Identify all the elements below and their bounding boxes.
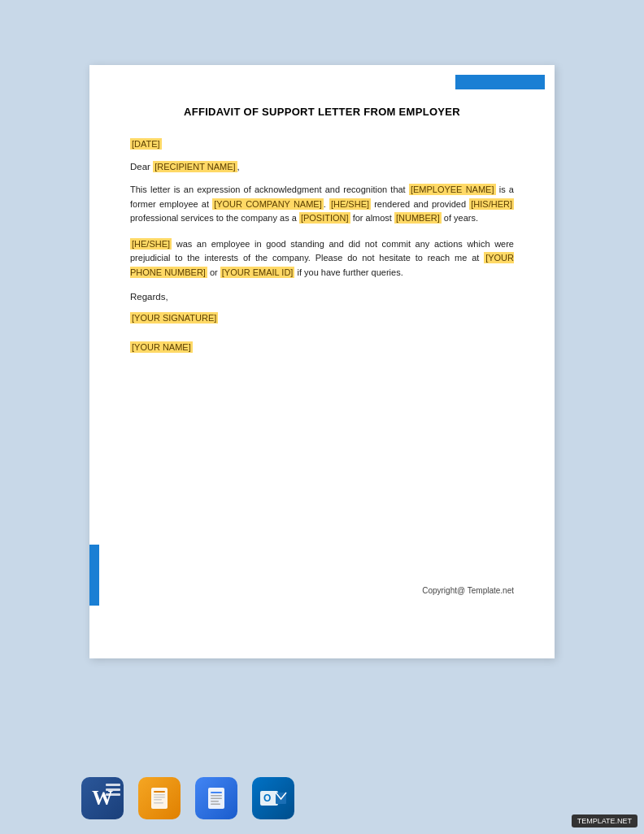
- document-page: AFFIDAVIT OF SUPPORT LETTER FROM EMPLOYE…: [89, 65, 555, 658]
- svg-rect-4: [154, 799, 162, 801]
- letter-paragraph-1: This letter is an expression of acknowle…: [130, 183, 514, 226]
- svg-rect-7: [211, 792, 222, 793]
- svg-rect-11: [211, 804, 220, 806]
- template-net-badge: TEMPLATE.NET: [572, 814, 637, 827]
- svg-rect-1: [154, 791, 165, 793]
- svg-rect-2: [154, 794, 165, 796]
- letter-date: [DATE]: [130, 136, 514, 150]
- blue-accent-top: [455, 75, 545, 89]
- word-icon[interactable]: W: [81, 777, 124, 819]
- svg-rect-9: [211, 798, 222, 800]
- hisher1-placeholder: [HIS/HER]: [469, 198, 514, 210]
- docs-icon[interactable]: [195, 777, 237, 819]
- number-placeholder: [NUMBER]: [394, 212, 442, 224]
- para1-text1: This letter is an expression of acknowle…: [130, 185, 409, 194]
- heshe2-placeholder: [HE/SHE]: [130, 238, 172, 250]
- greeting-text: Dear: [130, 162, 153, 172]
- para1-text3: .: [324, 199, 329, 209]
- position-placeholder: [POSITION]: [299, 212, 350, 224]
- letter-signature: [YOUR SIGNATURE]: [130, 310, 514, 324]
- signature-placeholder: [YOUR SIGNATURE]: [130, 312, 218, 324]
- outlook-icon[interactable]: O: [252, 777, 294, 819]
- bottom-toolbar: W O: [81, 777, 294, 819]
- para2-text2: or: [207, 267, 220, 277]
- letter-content: AFFIDAVIT OF SUPPORT LETTER FROM EMPLOYE…: [89, 65, 555, 378]
- svg-rect-5: [154, 802, 163, 804]
- pages-icon[interactable]: [138, 777, 181, 819]
- para2-text-end: if you have further queries.: [294, 267, 402, 277]
- svg-rect-0: [151, 788, 168, 809]
- copyright-footer: Copyright@ Template.net: [422, 586, 514, 595]
- svg-rect-8: [211, 795, 222, 797]
- letter-regards: Regards,: [130, 292, 514, 302]
- recipient-placeholder: [RECIPIENT NAME]: [153, 161, 237, 172]
- date-placeholder: [DATE]: [130, 138, 162, 150]
- heshe1-placeholder: [HE/SHE]: [329, 198, 371, 210]
- svg-rect-3: [154, 797, 165, 798]
- company-placeholder: [YOUR COMPANY NAME]: [212, 198, 324, 210]
- blue-accent-bottom-left: [89, 545, 99, 606]
- para1-text4: rendered and provided: [371, 199, 469, 209]
- para2-text1: was an employee in good standing and did…: [130, 239, 514, 263]
- svg-text:O: O: [263, 793, 271, 804]
- employee-placeholder: [EMPLOYEE NAME]: [409, 184, 496, 195]
- letter-paragraph-2: [HE/SHE] was an employee in good standin…: [130, 237, 514, 280]
- letter-greeting: Dear [RECIPIENT NAME],: [130, 162, 514, 172]
- para1-text-end: of years.: [442, 213, 478, 223]
- svg-rect-10: [211, 801, 219, 802]
- name-placeholder: [YOUR NAME]: [130, 341, 193, 353]
- letter-name: [YOUR NAME]: [130, 339, 514, 354]
- para1-text6: for almost: [350, 213, 394, 223]
- letter-title: AFFIDAVIT OF SUPPORT LETTER FROM EMPLOYE…: [130, 106, 514, 118]
- email-placeholder: [YOUR EMAIL ID]: [220, 267, 295, 278]
- para1-text5: professional services to the company as …: [130, 213, 299, 223]
